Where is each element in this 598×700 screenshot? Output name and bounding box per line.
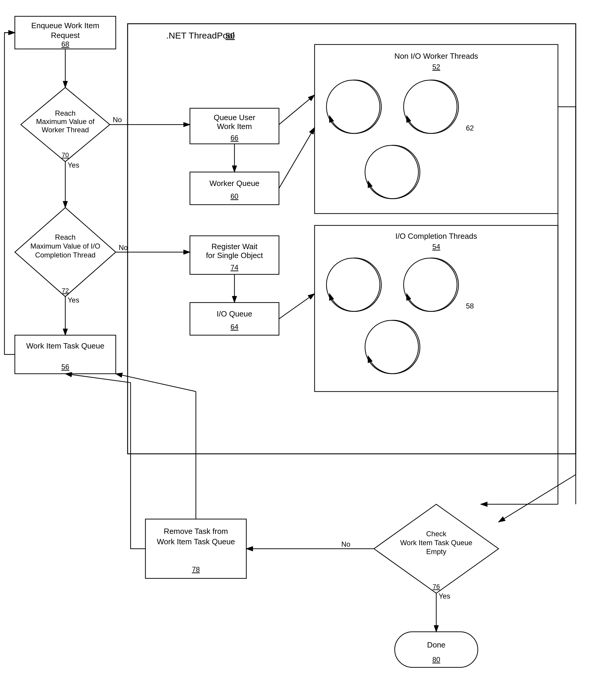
diamond2-label: Reach: [55, 233, 75, 241]
no-label-3: No: [341, 540, 351, 548]
diamond2-id: 72: [62, 287, 69, 294]
non-io-threads-label: Non I/O Worker Threads: [394, 52, 478, 60]
no-label-2: No: [119, 244, 128, 252]
non-io-threads-id: 52: [432, 63, 440, 71]
no-label-1: No: [113, 116, 122, 124]
svg-line-9: [279, 128, 315, 189]
svg-line-14: [279, 294, 315, 319]
worker-queue-label: Worker Queue: [210, 179, 260, 188]
thread-58-label: 58: [466, 302, 474, 310]
enqueue-label2: Request: [51, 31, 80, 40]
svg-point-10: [327, 80, 380, 133]
svg-point-12: [365, 145, 418, 199]
threadpool-box: [128, 24, 576, 454]
register-wait-label2: for Single Object: [206, 251, 263, 260]
diamond2-label3: Completion Thread: [35, 251, 96, 259]
thread-62-label: 62: [466, 124, 474, 132]
diamond1-label2: Maximum Value of: [36, 118, 95, 125]
yes-label-3: Yes: [439, 592, 450, 600]
check-empty-label3: Empty: [426, 548, 446, 555]
queue-user-label2: Work Item: [217, 122, 252, 131]
svg-line-26: [279, 95, 315, 125]
check-empty-label: Check: [426, 530, 447, 538]
diamond1-label3: Worker Thread: [42, 126, 89, 134]
register-wait-id: 74: [231, 264, 239, 271]
svg-point-17: [365, 320, 418, 374]
svg-point-15: [327, 258, 380, 311]
work-item-task-queue-id: 56: [62, 363, 69, 371]
svg-point-16: [404, 258, 457, 311]
queue-user-label: Queue User: [214, 113, 256, 122]
io-queue-id: 64: [231, 323, 239, 331]
remove-task-id: 78: [192, 565, 200, 573]
check-empty-id: 76: [433, 583, 440, 590]
register-wait-label: Register Wait: [211, 242, 258, 251]
diamond1-id: 70: [62, 151, 69, 159]
enqueue-label: Enqueue Work Item: [31, 21, 99, 30]
worker-queue-id: 60: [231, 192, 239, 200]
done-label: Done: [427, 641, 446, 649]
remove-task-label: Remove Task from: [164, 527, 228, 536]
work-item-task-queue-label: Work Item Task Queue: [26, 342, 104, 350]
svg-line-30: [499, 475, 576, 522]
remove-task-label2: Work Item Task Queue: [157, 537, 235, 546]
io-completion-label: I/O Completion Threads: [395, 232, 477, 241]
threadpool-title: .NET ThreadPool: [166, 30, 235, 40]
threadpool-id: 50: [225, 31, 235, 40]
diamond1-label: Reach: [55, 109, 75, 117]
io-queue-label: I/O Queue: [217, 309, 252, 318]
queue-user-id: 66: [231, 134, 239, 142]
check-empty-label2: Work Item Task Queue: [400, 539, 472, 547]
yes-label-1: Yes: [68, 161, 79, 169]
enqueue-id: 68: [62, 40, 69, 48]
diamond2-label2: Maximum Value of I/O: [30, 242, 100, 250]
done-id: 80: [432, 655, 440, 664]
yes-label-2: Yes: [68, 296, 79, 304]
io-completion-id: 54: [432, 243, 440, 251]
svg-point-11: [404, 80, 457, 133]
